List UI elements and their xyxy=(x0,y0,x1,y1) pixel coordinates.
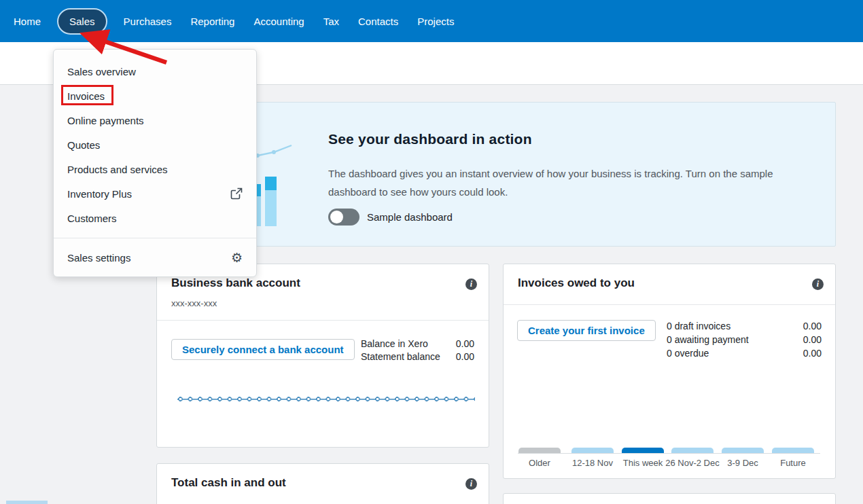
stat-label: 0 draft invoices xyxy=(667,319,730,333)
stat-row: 0 draft invoices 0.00 xyxy=(667,319,822,333)
nav-item-projects[interactable]: Projects xyxy=(417,16,454,27)
menu-item-sales-settings[interactable]: Sales settings ⚙ xyxy=(54,238,256,277)
toggle-knob xyxy=(330,211,343,223)
balance-summary: Balance in Xero 0.00 Statement balance 0… xyxy=(361,338,474,363)
week-label: Future xyxy=(756,458,830,468)
menu-item-inventory-plus[interactable]: Inventory Plus xyxy=(54,181,256,206)
card-title: Total cash in and out xyxy=(171,476,286,490)
top-navigation: Home Sales Purchases Reporting Accountin… xyxy=(0,0,863,42)
nav-item-tax[interactable]: Tax xyxy=(323,16,339,27)
balance-label: Balance in Xero xyxy=(361,338,428,350)
sample-dashboard-banner: See your dashboard in action The dashboa… xyxy=(156,102,836,247)
menu-item-label: Sales overview xyxy=(67,66,136,77)
external-link-icon xyxy=(230,187,243,200)
account-number-mask: xxx-xxx-xxx xyxy=(171,298,217,308)
balance-row: Statement balance 0.00 xyxy=(361,350,474,363)
stat-value: 0.00 xyxy=(803,346,822,360)
xero-dashboard-page: Home Sales Purchases Reporting Accountin… xyxy=(0,0,863,504)
balance-label: Statement balance xyxy=(361,350,440,363)
total-cash-card: Total cash in and out i xyxy=(156,463,489,504)
menu-item-sales-overview[interactable]: Sales overview xyxy=(54,59,256,84)
stat-row: 0 overdue 0.00 xyxy=(667,346,822,360)
home-active-underline xyxy=(6,501,48,504)
banner-body-text: The dashboard gives you an instant overv… xyxy=(328,164,783,201)
nav-item-contacts[interactable]: Contacts xyxy=(358,16,398,27)
sample-dashboard-toggle[interactable] xyxy=(328,209,359,226)
nav-item-purchases[interactable]: Purchases xyxy=(124,16,172,27)
menu-item-quotes[interactable]: Quotes xyxy=(54,132,256,157)
menu-item-label: Online payments xyxy=(67,115,144,126)
week-bar xyxy=(772,448,814,453)
menu-item-label: Inventory Plus xyxy=(67,188,132,200)
invoice-stats: 0 draft invoices 0.00 0 awaiting payment… xyxy=(667,319,822,360)
stat-value: 0.00 xyxy=(803,319,822,333)
create-first-invoice-button[interactable]: Create your first invoice xyxy=(517,320,656,341)
menu-item-label: Products and services xyxy=(67,164,168,175)
balance-value: 0.00 xyxy=(456,338,474,350)
info-icon[interactable]: i xyxy=(465,278,477,290)
menu-item-label: Quotes xyxy=(67,139,100,151)
toggle-label: Sample dashboard xyxy=(367,211,453,223)
menu-item-products-and-services[interactable]: Products and services xyxy=(54,157,256,181)
menu-item-label: Sales settings xyxy=(67,252,130,264)
connect-bank-account-button[interactable]: Securely connect a bank account xyxy=(171,339,355,360)
balance-row: Balance in Xero 0.00 xyxy=(361,338,474,350)
stat-label: 0 overdue xyxy=(667,346,709,360)
menu-item-customers[interactable]: Customers xyxy=(54,206,256,230)
gear-icon: ⚙ xyxy=(231,252,243,264)
card-divider xyxy=(504,304,835,305)
balance-value: 0.00 xyxy=(456,350,474,363)
nav-item-home[interactable]: Home xyxy=(14,16,41,27)
invoices-owed-card: Invoices owed to you i Create your first… xyxy=(503,264,836,479)
card-divider xyxy=(157,320,489,321)
banner-title: See your dashboard in action xyxy=(328,131,532,147)
menu-item-label: Customers xyxy=(67,213,117,224)
week-bar xyxy=(518,448,561,453)
next-card-stub xyxy=(503,493,836,504)
info-icon[interactable]: i xyxy=(465,478,477,490)
business-bank-account-card: Business bank account i xxx-xxx-xxx Secu… xyxy=(156,264,489,448)
flat-zero-line-chart xyxy=(177,396,475,402)
menu-item-online-payments[interactable]: Online payments xyxy=(54,108,256,132)
card-title: Business bank account xyxy=(171,276,300,290)
stat-row: 0 awaiting payment 0.00 xyxy=(667,333,822,346)
menu-item-invoices[interactable]: Invoices xyxy=(54,84,256,108)
nav-item-reporting[interactable]: Reporting xyxy=(190,16,234,27)
nav-item-accounting[interactable]: Accounting xyxy=(253,16,304,27)
card-title: Invoices owed to you xyxy=(518,276,635,290)
nav-item-sales[interactable]: Sales xyxy=(57,8,107,35)
stat-value: 0.00 xyxy=(803,333,822,346)
week-chart-column[interactable]: Future xyxy=(756,448,830,468)
sales-dropdown-menu: Sales overview Invoices Online payments … xyxy=(53,49,257,277)
stat-label: 0 awaiting payment xyxy=(667,333,749,346)
menu-item-label: Invoices xyxy=(67,90,105,102)
info-icon[interactable]: i xyxy=(812,278,824,290)
